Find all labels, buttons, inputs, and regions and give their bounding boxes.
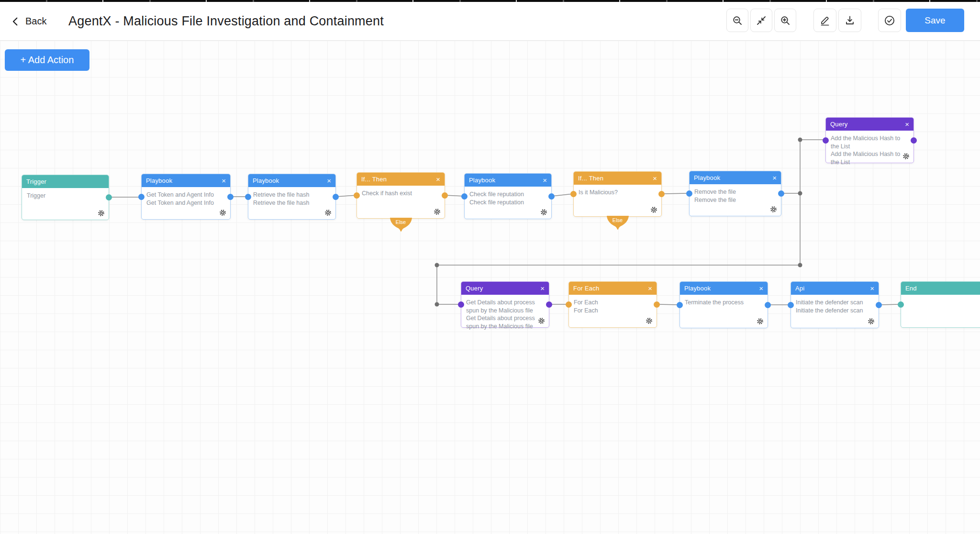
junction-dot[interactable] — [798, 138, 802, 142]
output-port[interactable] — [765, 302, 771, 308]
node-header: For Each × — [569, 282, 657, 295]
input-port[interactable] — [898, 301, 904, 308]
close-icon[interactable]: × — [436, 176, 440, 183]
input-port[interactable] — [823, 137, 829, 144]
add-action-button[interactable]: + Add Action — [5, 49, 89, 71]
node-line: Get Token and Agent Info — [146, 199, 225, 207]
junction-dot[interactable] — [798, 191, 802, 196]
input-port[interactable] — [686, 190, 692, 197]
gear-icon[interactable] — [868, 318, 875, 325]
gear-icon[interactable] — [757, 318, 764, 325]
node-header: If... Then × — [574, 172, 661, 185]
close-icon[interactable]: × — [327, 177, 331, 184]
connector — [657, 304, 679, 305]
browser-edge-strip — [0, 0, 980, 2]
input-port[interactable] — [138, 194, 145, 200]
node-type-label: Playbook — [469, 177, 495, 184]
input-port[interactable] — [677, 302, 683, 308]
node-header: Trigger — [22, 175, 109, 188]
junction-dot[interactable] — [798, 263, 802, 267]
output-port[interactable] — [658, 191, 665, 197]
node-query-add-hash[interactable]: Query × Add the Malicious Hash to the Li… — [825, 117, 914, 163]
close-icon[interactable]: × — [222, 177, 226, 184]
node-body: Retrieve the file hash Retrieve the file… — [248, 187, 335, 207]
node-line: Check if hash exist — [362, 189, 440, 198]
node-playbook-get-token[interactable]: Playbook × Get Token and Agent Info Get … — [141, 174, 231, 220]
node-playbook-remove-file[interactable]: Playbook × Remove the file Remove the fi… — [689, 171, 781, 216]
gear-icon[interactable] — [219, 209, 226, 216]
node-query-get-details[interactable]: Query × Get Details about process spun b… — [461, 281, 549, 328]
else-badge[interactable]: Else — [390, 218, 412, 234]
close-icon[interactable]: × — [870, 285, 874, 292]
zoom-in-icon — [780, 15, 791, 26]
output-port[interactable] — [548, 193, 555, 200]
close-icon[interactable]: × — [772, 174, 777, 181]
output-port[interactable] — [654, 301, 660, 308]
junction-dot[interactable] — [435, 263, 439, 267]
output-port[interactable] — [778, 190, 784, 197]
download-icon — [844, 15, 856, 26]
node-type-label: Playbook — [253, 177, 279, 184]
input-port[interactable] — [458, 301, 464, 308]
close-icon[interactable]: × — [540, 285, 545, 292]
node-end[interactable]: End — [901, 281, 980, 328]
close-icon[interactable]: × — [648, 285, 652, 292]
close-icon[interactable]: × — [905, 121, 909, 128]
node-ifthen-malicious[interactable]: If... Then × Is it Malicious? Else — [573, 171, 662, 217]
zoom-out-button[interactable] — [726, 9, 748, 32]
back-button[interactable]: Back — [11, 2, 46, 41]
input-port[interactable] — [245, 194, 251, 200]
save-button[interactable]: Save — [906, 9, 964, 32]
else-badge[interactable]: Else — [606, 216, 629, 232]
output-port[interactable] — [227, 194, 234, 200]
output-port[interactable] — [546, 301, 552, 308]
node-playbook-reputation[interactable]: Playbook × Check file reputation Check f… — [464, 173, 552, 219]
close-icon[interactable]: × — [759, 285, 763, 292]
node-type-label: Query — [466, 285, 483, 292]
node-playbook-retrieve-hash[interactable]: Playbook × Retrieve the file hash Retrie… — [248, 174, 336, 220]
node-line: Terminate the process — [685, 299, 763, 307]
node-type-label: Playbook — [694, 174, 720, 181]
gear-icon[interactable] — [646, 317, 653, 324]
gear-icon[interactable] — [324, 209, 332, 216]
node-playbook-terminate[interactable]: Playbook × Terminate the process — [679, 281, 768, 328]
fit-to-screen-button[interactable] — [750, 9, 772, 32]
node-line: Get Details about process spun by the Ma… — [466, 314, 544, 330]
node-line: Remove the file — [694, 196, 776, 204]
gear-icon[interactable] — [98, 210, 105, 217]
node-type-label: If... Then — [361, 176, 387, 183]
node-trigger[interactable]: Trigger Trigger — [22, 175, 109, 220]
gear-icon[interactable] — [538, 317, 545, 324]
close-icon[interactable]: × — [543, 177, 547, 184]
input-port[interactable] — [570, 191, 577, 197]
close-icon[interactable]: × — [653, 175, 657, 182]
workflow-canvas[interactable]: + Add Action Trigger Trigger Playbook × … — [0, 0, 980, 534]
output-port[interactable] — [106, 194, 112, 200]
output-port[interactable] — [333, 194, 339, 200]
input-port[interactable] — [461, 193, 468, 200]
node-ifthen-check-hash[interactable]: If... Then × Check if hash exist Else — [356, 172, 445, 219]
gear-icon[interactable] — [540, 209, 547, 216]
output-port[interactable] — [876, 302, 882, 308]
validate-button[interactable] — [878, 9, 901, 32]
node-for-each[interactable]: For Each × For Each For Each — [568, 281, 657, 328]
input-port[interactable] — [354, 192, 360, 199]
gear-icon[interactable] — [434, 208, 441, 215]
input-port[interactable] — [566, 301, 572, 308]
node-body: Get Details about process spun by the Ma… — [461, 295, 549, 330]
node-type-label: For Each — [573, 285, 599, 292]
download-button[interactable] — [838, 9, 861, 32]
zoom-in-button[interactable] — [774, 9, 796, 32]
node-line: Check file reputation — [469, 199, 546, 207]
gear-icon[interactable] — [902, 153, 910, 160]
page-title: AgentX - Malicious File Investigation an… — [68, 2, 384, 41]
junction-dot[interactable] — [435, 302, 439, 307]
output-port[interactable] — [911, 137, 917, 144]
gear-icon[interactable] — [770, 206, 777, 213]
edit-button[interactable] — [813, 9, 836, 32]
gear-icon[interactable] — [650, 206, 657, 213]
input-port[interactable] — [788, 302, 794, 308]
node-line: Trigger — [27, 192, 104, 200]
output-port[interactable] — [442, 192, 448, 199]
node-api-defender-scan[interactable]: Api × Initiate the defender scan Initiat… — [791, 281, 879, 328]
